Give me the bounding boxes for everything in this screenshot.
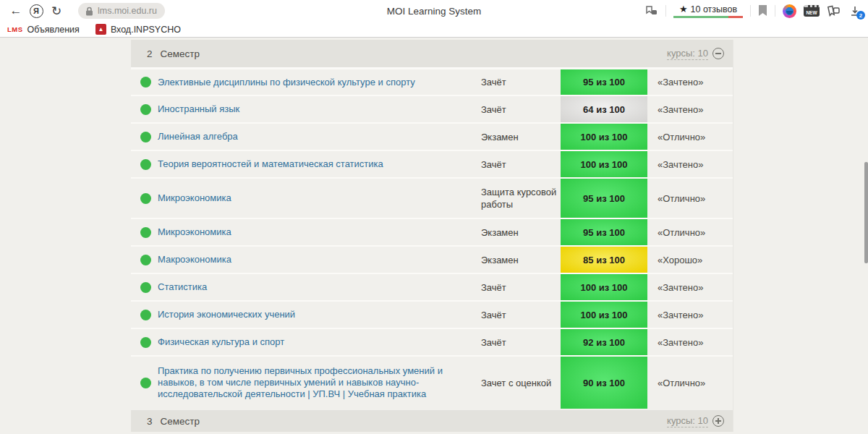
- control-type-cell: Экзамен: [481, 219, 561, 245]
- score-cell: 95 из 100: [561, 219, 647, 245]
- status-dot-icon: [140, 255, 151, 265]
- extension-browser-icon[interactable]: [783, 4, 796, 18]
- course-row: Практика по получению первичных професси…: [131, 355, 733, 409]
- score-value: 100 из 100: [580, 282, 627, 293]
- grade-cell: «Зачтено»: [647, 96, 733, 122]
- collapse-minus-icon[interactable]: [712, 48, 724, 59]
- control-type-cell: Зачет с оценкой: [481, 357, 561, 409]
- bookmark-label: Вход.INPSYCHO: [111, 25, 181, 35]
- course-status-cell: [131, 69, 158, 95]
- course-link[interactable]: Статистика: [158, 281, 207, 293]
- inpsycho-favicon: ▲: [95, 24, 106, 35]
- score-cell: 64 из 100: [561, 96, 647, 122]
- semester-2-courses-toggle[interactable]: курсы: 10: [667, 48, 724, 60]
- yandex-home-button[interactable]: Я: [26, 1, 46, 20]
- bookmark-lms-announcements[interactable]: LMS Объявления: [7, 25, 80, 35]
- back-icon: ←: [10, 4, 22, 18]
- course-status-cell: [131, 302, 158, 328]
- bookmark-inpsycho-login[interactable]: ▲ Вход.INPSYCHO: [95, 24, 181, 35]
- star-icon: ★: [679, 4, 688, 14]
- course-name-cell: Практика по получению первичных професси…: [158, 357, 481, 409]
- grade-cell: «Отлично»: [647, 124, 733, 150]
- course-row: Иностранный язык Зачёт 64 из 100 «Зачтен…: [131, 95, 733, 122]
- score-cell: 95 из 100: [561, 69, 647, 95]
- courses-count-link[interactable]: курсы: 10: [667, 415, 708, 427]
- status-dot-icon: [140, 132, 151, 142]
- score-value: 100 из 100: [580, 132, 627, 142]
- score-value: 95 из 100: [583, 227, 625, 238]
- rating-bar: [673, 16, 743, 18]
- refresh-icon: ↻: [51, 4, 61, 19]
- semester-label: Семестр: [161, 416, 200, 427]
- score-cell: 100 из 100: [561, 302, 647, 328]
- score-cell: 100 из 100: [561, 124, 647, 150]
- course-link[interactable]: Линейная алгебра: [158, 131, 238, 142]
- course-link[interactable]: Физическая культура и спорт: [158, 336, 284, 348]
- course-link[interactable]: Иностранный язык: [158, 103, 239, 115]
- course-status-cell: [131, 247, 158, 273]
- course-row: Физическая культура и спорт Зачёт 92 из …: [131, 328, 733, 355]
- course-name-cell: Линейная алгебра: [158, 124, 481, 150]
- browser-toolbar: ← Я ↻ lms.moi.edu.ru MOI Learning System…: [0, 0, 868, 22]
- lms-favicon: LMS: [7, 25, 23, 33]
- grade-cell: «Зачтено»: [647, 302, 733, 328]
- back-button[interactable]: ←: [6, 1, 26, 20]
- downloads-button[interactable]: 2: [848, 4, 862, 18]
- course-link[interactable]: История экономических учений: [158, 309, 295, 320]
- course-link[interactable]: Практика по получению первичных професси…: [158, 365, 467, 400]
- control-type-cell: Защита курсовой работы: [481, 179, 561, 218]
- score-value: 95 из 100: [583, 77, 625, 88]
- course-name-cell: Теория вероятностей и математическая ста…: [158, 151, 481, 177]
- grade-cell: «Зачтено»: [647, 329, 733, 355]
- lms-page-content: 2 Семестр курсы: 10 Элективные дисциплин…: [0, 38, 868, 433]
- download-count-badge: 2: [856, 11, 865, 20]
- score-cell: 100 из 100: [561, 151, 647, 177]
- course-link[interactable]: Макроэкономика: [158, 254, 231, 265]
- rating-bar-negative: [728, 16, 743, 18]
- control-type-cell: Зачёт: [481, 329, 561, 355]
- course-row: Теория вероятностей и математическая ста…: [131, 150, 733, 177]
- grade-cell: «Хорошо»: [647, 247, 733, 273]
- courses-count-link[interactable]: курсы: 10: [667, 48, 708, 60]
- site-permissions-icon[interactable]: [645, 6, 658, 17]
- status-dot-icon: [140, 104, 151, 115]
- extension-new-icon[interactable]: NEW: [804, 5, 820, 17]
- semester-3-courses-toggle[interactable]: курсы: 10: [667, 415, 724, 427]
- score-cell: 90 из 100: [561, 357, 647, 409]
- status-dot-icon: [140, 159, 151, 170]
- refresh-button[interactable]: ↻: [46, 1, 67, 20]
- course-link[interactable]: Микроэкономика: [158, 226, 231, 238]
- course-link[interactable]: Микроэкономика: [158, 192, 231, 204]
- grade-cell: «Отлично»: [647, 219, 733, 245]
- score-value: 92 из 100: [583, 337, 625, 348]
- status-dot-icon: [140, 193, 151, 204]
- control-type-cell: Экзамен: [481, 124, 561, 150]
- control-type-cell: Зачёт: [481, 302, 561, 328]
- address-bar[interactable]: lms.moi.edu.ru: [78, 3, 165, 19]
- rating-label: 10 отзывов: [691, 4, 738, 14]
- course-status-cell: [131, 96, 158, 122]
- score-value: 64 из 100: [583, 104, 625, 115]
- score-cell: 92 из 100: [561, 329, 647, 355]
- course-name-cell: Статистика: [158, 274, 481, 300]
- course-row: Микроэкономика Экзамен 95 из 100 «Отличн…: [131, 218, 733, 245]
- control-type-cell: Зачёт: [481, 151, 561, 177]
- course-row: Статистика Зачёт 100 из 100 «Зачтено»: [131, 273, 733, 300]
- course-status-cell: [131, 357, 158, 409]
- site-rating[interactable]: ★ 10 отзывов: [673, 4, 743, 18]
- course-link[interactable]: Элективные дисциплины по физической куль…: [158, 77, 415, 88]
- vertical-scrollbar[interactable]: [864, 162, 868, 263]
- control-type-cell: Зачёт: [481, 69, 561, 95]
- course-link[interactable]: Теория вероятностей и математическая ста…: [158, 158, 383, 170]
- toolbar-right-icons: ★ 10 отзывов NEW: [645, 4, 862, 18]
- course-status-cell: [131, 274, 158, 300]
- course-status-cell: [131, 179, 158, 218]
- course-status-cell: [131, 151, 158, 177]
- course-name-cell: История экономических учений: [158, 302, 481, 328]
- bookmark-label: Объявления: [27, 25, 80, 35]
- score-cell: 100 из 100: [561, 274, 647, 300]
- bookmark-flag-icon[interactable]: [758, 5, 767, 17]
- expand-plus-icon[interactable]: [712, 415, 724, 427]
- collections-icon[interactable]: [827, 5, 841, 17]
- semester-3-header: 3 Семестр курсы: 10: [131, 410, 733, 432]
